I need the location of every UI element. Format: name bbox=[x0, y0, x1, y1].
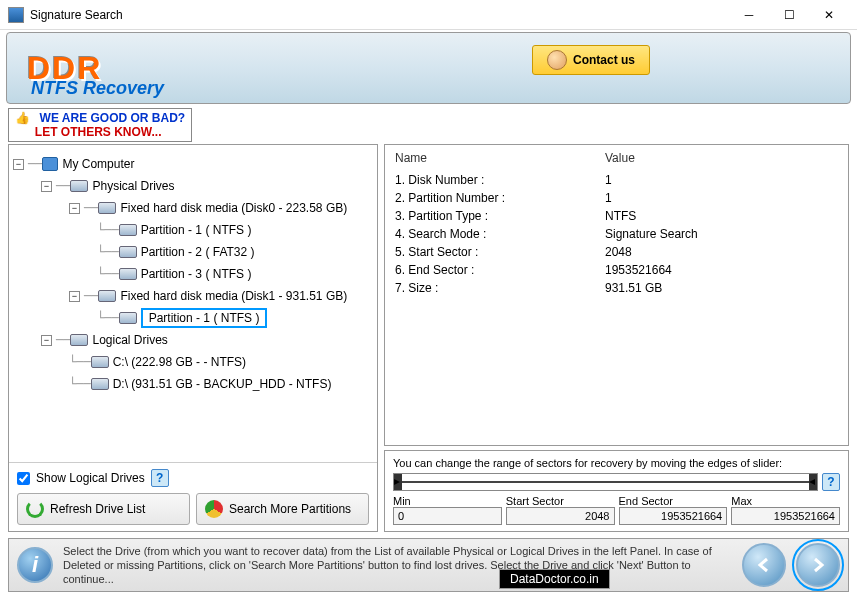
partition-icon bbox=[119, 268, 137, 280]
tree-d0p1-label: Partition - 1 ( NTFS ) bbox=[141, 223, 252, 237]
partition-icon bbox=[119, 246, 137, 258]
tree-disk1-label: Fixed hard disk media (Disk1 - 931.51 GB… bbox=[120, 289, 347, 303]
disk-icon bbox=[98, 202, 116, 214]
next-button[interactable] bbox=[796, 543, 840, 587]
tree-partition-selected[interactable]: └── Partition - 1 ( NTFS ) bbox=[13, 307, 373, 329]
tree-partition[interactable]: └── Partition - 2 ( FAT32 ) bbox=[13, 241, 373, 263]
tree-ld-label: D:\ (931.51 GB - BACKUP_HDD - NTFS) bbox=[113, 377, 332, 391]
refresh-label: Refresh Drive List bbox=[50, 502, 145, 516]
search-more-label: Search More Partitions bbox=[229, 502, 351, 516]
back-button[interactable] bbox=[742, 543, 786, 587]
app-subtitle: NTFS Recovery bbox=[31, 78, 164, 99]
tree-disk0[interactable]: − ── Fixed hard disk media (Disk0 - 223.… bbox=[13, 197, 373, 219]
tree-root[interactable]: − ── My Computer bbox=[13, 153, 373, 175]
app-icon bbox=[8, 7, 24, 23]
sector-label: You can change the range of sectors for … bbox=[393, 457, 840, 469]
tree-logical-drive[interactable]: └── C:\ (222.98 GB - - NTFS) bbox=[13, 351, 373, 373]
info-name: 7. Size : bbox=[395, 281, 605, 295]
show-logical-label: Show Logical Drives bbox=[36, 471, 145, 485]
close-button[interactable]: ✕ bbox=[809, 3, 849, 27]
thumb-icon: 👍 bbox=[15, 111, 30, 125]
contact-label: Contact us bbox=[573, 53, 635, 67]
tree-logical-drive[interactable]: └── D:\ (931.51 GB - BACKUP_HDD - NTFS) bbox=[13, 373, 373, 395]
tree-lc-label: C:\ (222.98 GB - - NTFS) bbox=[113, 355, 246, 369]
info-value: 1953521664 bbox=[605, 263, 672, 277]
datadoctor-badge[interactable]: DataDoctor.co.in bbox=[499, 569, 610, 589]
left-controls: Show Logical Drives ? Refresh Drive List… bbox=[9, 462, 377, 531]
sector-slider[interactable]: ▸ ◂ bbox=[393, 473, 818, 491]
tree-d0p3-label: Partition - 3 ( NTFS ) bbox=[141, 267, 252, 281]
drives-icon bbox=[70, 334, 88, 346]
info-name: 4. Search Mode : bbox=[395, 227, 605, 241]
contact-icon bbox=[547, 50, 567, 70]
info-row: 1. Disk Number :1 bbox=[395, 171, 838, 189]
app-header: DDR NTFS Recovery Contact us bbox=[6, 32, 851, 104]
info-name: 1. Disk Number : bbox=[395, 173, 605, 187]
info-name: 3. Partition Type : bbox=[395, 209, 605, 223]
minimize-button[interactable]: ─ bbox=[729, 3, 769, 27]
max-input[interactable] bbox=[731, 507, 840, 525]
tree-partition[interactable]: └── Partition - 1 ( NTFS ) bbox=[13, 219, 373, 241]
drives-icon bbox=[70, 180, 88, 192]
info-value: NTFS bbox=[605, 209, 636, 223]
drive-icon bbox=[91, 356, 109, 368]
footer: i Select the Drive (from which you want … bbox=[8, 538, 849, 592]
tree-physical-label: Physical Drives bbox=[92, 179, 174, 193]
feedback-link[interactable]: 👍 WE ARE GOOD OR BAD? LET OTHERS KNOW... bbox=[8, 108, 192, 142]
sector-panel: You can change the range of sectors for … bbox=[384, 450, 849, 532]
info-value: 2048 bbox=[605, 245, 632, 259]
start-label: Start Sector bbox=[506, 495, 615, 507]
feedback-bar: 👍 WE ARE GOOD OR BAD? LET OTHERS KNOW... bbox=[8, 108, 849, 142]
col-name: Name bbox=[395, 151, 605, 165]
title-bar: Signature Search ─ ☐ ✕ bbox=[0, 0, 857, 30]
tree-root-label: My Computer bbox=[62, 157, 134, 171]
tree-d0p2-label: Partition - 2 ( FAT32 ) bbox=[141, 245, 255, 259]
show-logical-checkbox[interactable] bbox=[17, 472, 30, 485]
info-icon: i bbox=[17, 547, 53, 583]
tree-physical[interactable]: − ── Physical Drives bbox=[13, 175, 373, 197]
collapse-icon[interactable]: − bbox=[69, 203, 80, 214]
refresh-drive-list-button[interactable]: Refresh Drive List bbox=[17, 493, 190, 525]
help-icon[interactable]: ? bbox=[151, 469, 169, 487]
tree-d1p1-label: Partition - 1 ( NTFS ) bbox=[141, 308, 268, 328]
start-sector-input[interactable] bbox=[506, 507, 615, 525]
info-name: 2. Partition Number : bbox=[395, 191, 605, 205]
window-title: Signature Search bbox=[30, 8, 729, 22]
collapse-icon[interactable]: − bbox=[41, 181, 52, 192]
tree-disk0-label: Fixed hard disk media (Disk0 - 223.58 GB… bbox=[120, 201, 347, 215]
partition-icon bbox=[119, 224, 137, 236]
computer-icon bbox=[42, 157, 58, 171]
footer-text: Select the Drive (from which you want to… bbox=[63, 544, 732, 587]
drive-tree[interactable]: − ── My Computer − ── Physical Drives − … bbox=[9, 145, 377, 462]
refresh-icon bbox=[26, 500, 44, 518]
drive-icon bbox=[91, 378, 109, 390]
slider-handle-left[interactable]: ▸ bbox=[394, 474, 402, 490]
right-panel: Name Value 1. Disk Number :12. Partition… bbox=[384, 144, 849, 532]
collapse-icon[interactable]: − bbox=[41, 335, 52, 346]
search-more-partitions-button[interactable]: Search More Partitions bbox=[196, 493, 369, 525]
slider-handle-right[interactable]: ◂ bbox=[809, 474, 817, 490]
partition-icon bbox=[119, 312, 137, 324]
feedback-line2: LET OTHERS KNOW... bbox=[35, 125, 162, 139]
tree-disk1[interactable]: − ── Fixed hard disk media (Disk1 - 931.… bbox=[13, 285, 373, 307]
tree-partition[interactable]: └── Partition - 3 ( NTFS ) bbox=[13, 263, 373, 285]
end-sector-input[interactable] bbox=[619, 507, 728, 525]
info-row: 2. Partition Number :1 bbox=[395, 189, 838, 207]
info-value: 1 bbox=[605, 173, 612, 187]
info-row: 5. Start Sector :2048 bbox=[395, 243, 838, 261]
collapse-icon[interactable]: − bbox=[69, 291, 80, 302]
max-label: Max bbox=[731, 495, 840, 507]
min-input[interactable] bbox=[393, 507, 502, 525]
maximize-button[interactable]: ☐ bbox=[769, 3, 809, 27]
info-value: 1 bbox=[605, 191, 612, 205]
info-value: 931.51 GB bbox=[605, 281, 662, 295]
tree-logical[interactable]: − ── Logical Drives bbox=[13, 329, 373, 351]
info-name: 6. End Sector : bbox=[395, 263, 605, 277]
help-icon[interactable]: ? bbox=[822, 473, 840, 491]
info-row: 4. Search Mode :Signature Search bbox=[395, 225, 838, 243]
tree-logical-label: Logical Drives bbox=[92, 333, 167, 347]
contact-us-button[interactable]: Contact us bbox=[532, 45, 650, 75]
disk-icon bbox=[98, 290, 116, 302]
collapse-icon[interactable]: − bbox=[13, 159, 24, 170]
info-row: 3. Partition Type :NTFS bbox=[395, 207, 838, 225]
